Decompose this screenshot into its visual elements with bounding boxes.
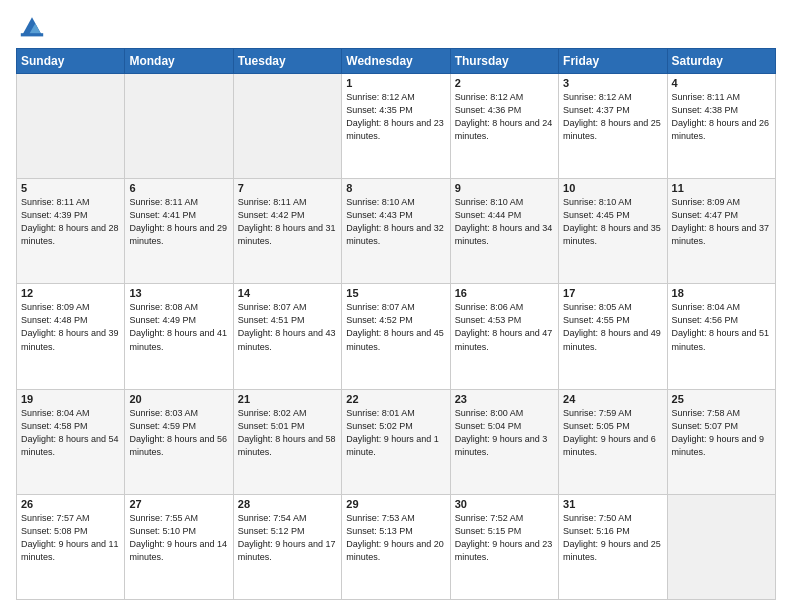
day-number: 29 (346, 498, 445, 510)
day-number: 25 (672, 393, 771, 405)
day-info: Sunrise: 8:11 AMSunset: 4:41 PMDaylight:… (129, 196, 228, 248)
day-number: 11 (672, 182, 771, 194)
calendar-cell: 23Sunrise: 8:00 AMSunset: 5:04 PMDayligh… (450, 389, 558, 494)
day-info: Sunrise: 8:04 AMSunset: 4:56 PMDaylight:… (672, 301, 771, 353)
day-number: 12 (21, 287, 120, 299)
day-info: Sunrise: 8:10 AMSunset: 4:45 PMDaylight:… (563, 196, 662, 248)
day-info: Sunrise: 8:05 AMSunset: 4:55 PMDaylight:… (563, 301, 662, 353)
weekday-friday: Friday (559, 49, 667, 74)
day-number: 15 (346, 287, 445, 299)
calendar-cell: 28Sunrise: 7:54 AMSunset: 5:12 PMDayligh… (233, 494, 341, 599)
logo (16, 12, 52, 40)
page: SundayMondayTuesdayWednesdayThursdayFrid… (0, 0, 792, 612)
weekday-thursday: Thursday (450, 49, 558, 74)
calendar-cell: 16Sunrise: 8:06 AMSunset: 4:53 PMDayligh… (450, 284, 558, 389)
day-info: Sunrise: 7:50 AMSunset: 5:16 PMDaylight:… (563, 512, 662, 564)
calendar-cell (233, 74, 341, 179)
calendar-cell: 7Sunrise: 8:11 AMSunset: 4:42 PMDaylight… (233, 179, 341, 284)
calendar-week-5: 26Sunrise: 7:57 AMSunset: 5:08 PMDayligh… (17, 494, 776, 599)
calendar-cell: 1Sunrise: 8:12 AMSunset: 4:35 PMDaylight… (342, 74, 450, 179)
day-info: Sunrise: 8:04 AMSunset: 4:58 PMDaylight:… (21, 407, 120, 459)
calendar-table: SundayMondayTuesdayWednesdayThursdayFrid… (16, 48, 776, 600)
calendar-cell: 19Sunrise: 8:04 AMSunset: 4:58 PMDayligh… (17, 389, 125, 494)
day-number: 24 (563, 393, 662, 405)
day-info: Sunrise: 8:08 AMSunset: 4:49 PMDaylight:… (129, 301, 228, 353)
day-info: Sunrise: 8:00 AMSunset: 5:04 PMDaylight:… (455, 407, 554, 459)
calendar-cell: 26Sunrise: 7:57 AMSunset: 5:08 PMDayligh… (17, 494, 125, 599)
day-number: 21 (238, 393, 337, 405)
calendar-cell: 31Sunrise: 7:50 AMSunset: 5:16 PMDayligh… (559, 494, 667, 599)
day-number: 19 (21, 393, 120, 405)
calendar-cell: 21Sunrise: 8:02 AMSunset: 5:01 PMDayligh… (233, 389, 341, 494)
day-info: Sunrise: 8:11 AMSunset: 4:38 PMDaylight:… (672, 91, 771, 143)
weekday-wednesday: Wednesday (342, 49, 450, 74)
day-number: 14 (238, 287, 337, 299)
calendar-cell: 17Sunrise: 8:05 AMSunset: 4:55 PMDayligh… (559, 284, 667, 389)
day-info: Sunrise: 7:59 AMSunset: 5:05 PMDaylight:… (563, 407, 662, 459)
day-info: Sunrise: 8:01 AMSunset: 5:02 PMDaylight:… (346, 407, 445, 459)
weekday-tuesday: Tuesday (233, 49, 341, 74)
day-number: 27 (129, 498, 228, 510)
weekday-sunday: Sunday (17, 49, 125, 74)
header (16, 12, 776, 40)
day-number: 18 (672, 287, 771, 299)
day-number: 28 (238, 498, 337, 510)
calendar-cell: 11Sunrise: 8:09 AMSunset: 4:47 PMDayligh… (667, 179, 775, 284)
logo-icon (16, 12, 48, 40)
day-info: Sunrise: 7:52 AMSunset: 5:15 PMDaylight:… (455, 512, 554, 564)
day-info: Sunrise: 8:11 AMSunset: 4:39 PMDaylight:… (21, 196, 120, 248)
calendar-cell: 18Sunrise: 8:04 AMSunset: 4:56 PMDayligh… (667, 284, 775, 389)
calendar-cell: 3Sunrise: 8:12 AMSunset: 4:37 PMDaylight… (559, 74, 667, 179)
calendar-cell: 8Sunrise: 8:10 AMSunset: 4:43 PMDaylight… (342, 179, 450, 284)
day-number: 30 (455, 498, 554, 510)
calendar-cell: 12Sunrise: 8:09 AMSunset: 4:48 PMDayligh… (17, 284, 125, 389)
day-number: 9 (455, 182, 554, 194)
day-number: 20 (129, 393, 228, 405)
day-number: 23 (455, 393, 554, 405)
weekday-saturday: Saturday (667, 49, 775, 74)
day-number: 10 (563, 182, 662, 194)
day-number: 7 (238, 182, 337, 194)
calendar-cell: 2Sunrise: 8:12 AMSunset: 4:36 PMDaylight… (450, 74, 558, 179)
calendar-cell: 15Sunrise: 8:07 AMSunset: 4:52 PMDayligh… (342, 284, 450, 389)
calendar-cell (17, 74, 125, 179)
day-number: 4 (672, 77, 771, 89)
day-info: Sunrise: 7:58 AMSunset: 5:07 PMDaylight:… (672, 407, 771, 459)
calendar-week-1: 1Sunrise: 8:12 AMSunset: 4:35 PMDaylight… (17, 74, 776, 179)
day-info: Sunrise: 8:10 AMSunset: 4:43 PMDaylight:… (346, 196, 445, 248)
calendar-cell: 30Sunrise: 7:52 AMSunset: 5:15 PMDayligh… (450, 494, 558, 599)
calendar-cell: 6Sunrise: 8:11 AMSunset: 4:41 PMDaylight… (125, 179, 233, 284)
day-number: 16 (455, 287, 554, 299)
calendar-cell: 13Sunrise: 8:08 AMSunset: 4:49 PMDayligh… (125, 284, 233, 389)
day-info: Sunrise: 7:55 AMSunset: 5:10 PMDaylight:… (129, 512, 228, 564)
calendar-week-2: 5Sunrise: 8:11 AMSunset: 4:39 PMDaylight… (17, 179, 776, 284)
day-info: Sunrise: 8:10 AMSunset: 4:44 PMDaylight:… (455, 196, 554, 248)
day-info: Sunrise: 8:12 AMSunset: 4:36 PMDaylight:… (455, 91, 554, 143)
day-info: Sunrise: 8:07 AMSunset: 4:51 PMDaylight:… (238, 301, 337, 353)
calendar-cell (667, 494, 775, 599)
day-number: 13 (129, 287, 228, 299)
day-info: Sunrise: 8:03 AMSunset: 4:59 PMDaylight:… (129, 407, 228, 459)
day-number: 17 (563, 287, 662, 299)
day-number: 6 (129, 182, 228, 194)
day-number: 31 (563, 498, 662, 510)
day-info: Sunrise: 8:02 AMSunset: 5:01 PMDaylight:… (238, 407, 337, 459)
day-info: Sunrise: 7:54 AMSunset: 5:12 PMDaylight:… (238, 512, 337, 564)
calendar-cell: 24Sunrise: 7:59 AMSunset: 5:05 PMDayligh… (559, 389, 667, 494)
calendar-week-4: 19Sunrise: 8:04 AMSunset: 4:58 PMDayligh… (17, 389, 776, 494)
calendar-cell: 5Sunrise: 8:11 AMSunset: 4:39 PMDaylight… (17, 179, 125, 284)
calendar-cell: 20Sunrise: 8:03 AMSunset: 4:59 PMDayligh… (125, 389, 233, 494)
day-info: Sunrise: 8:09 AMSunset: 4:48 PMDaylight:… (21, 301, 120, 353)
day-number: 3 (563, 77, 662, 89)
calendar-cell: 10Sunrise: 8:10 AMSunset: 4:45 PMDayligh… (559, 179, 667, 284)
calendar-week-3: 12Sunrise: 8:09 AMSunset: 4:48 PMDayligh… (17, 284, 776, 389)
calendar-cell: 27Sunrise: 7:55 AMSunset: 5:10 PMDayligh… (125, 494, 233, 599)
day-info: Sunrise: 8:07 AMSunset: 4:52 PMDaylight:… (346, 301, 445, 353)
day-info: Sunrise: 8:12 AMSunset: 4:35 PMDaylight:… (346, 91, 445, 143)
calendar-cell: 4Sunrise: 8:11 AMSunset: 4:38 PMDaylight… (667, 74, 775, 179)
day-number: 5 (21, 182, 120, 194)
calendar-cell: 22Sunrise: 8:01 AMSunset: 5:02 PMDayligh… (342, 389, 450, 494)
day-number: 1 (346, 77, 445, 89)
weekday-monday: Monday (125, 49, 233, 74)
day-info: Sunrise: 7:53 AMSunset: 5:13 PMDaylight:… (346, 512, 445, 564)
